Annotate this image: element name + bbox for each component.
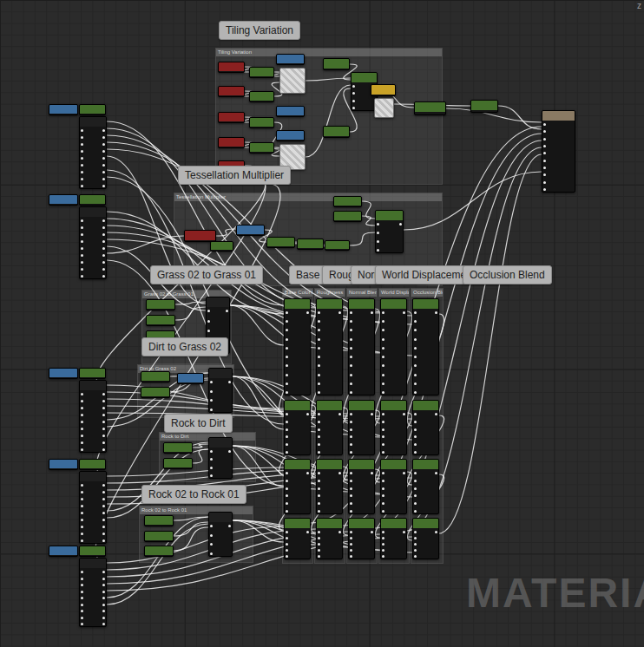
pin[interactable] — [306, 413, 309, 415]
pin[interactable] — [318, 391, 320, 394]
node-tiling-out-2[interactable] — [470, 100, 498, 113]
node-tiling-param-4[interactable] — [218, 137, 245, 148]
pin[interactable] — [414, 472, 417, 474]
pin[interactable] — [102, 526, 105, 528]
pin[interactable] — [414, 537, 417, 539]
pin[interactable] — [338, 413, 341, 415]
node-displacement-blend-r3[interactable] — [380, 459, 407, 514]
pin[interactable] — [81, 484, 83, 487]
node-rock-height-2[interactable] — [163, 458, 193, 469]
pin[interactable] — [81, 597, 83, 599]
node-g1-function[interactable] — [79, 104, 106, 115]
pin[interactable] — [81, 623, 83, 625]
node-tiling-param-3[interactable] — [218, 112, 245, 123]
pin[interactable] — [81, 526, 83, 528]
pin[interactable] — [382, 537, 384, 539]
pin[interactable] — [435, 413, 437, 415]
pin[interactable] — [207, 330, 210, 332]
pin[interactable] — [102, 164, 105, 167]
pin[interactable] — [286, 549, 288, 552]
node-g2-texture[interactable] — [49, 194, 78, 206]
pin[interactable] — [210, 399, 213, 402]
pin[interactable] — [102, 233, 105, 236]
node-tiling-param-1[interactable] — [218, 62, 245, 73]
pin[interactable] — [382, 435, 384, 438]
node-displacement-blend-r2[interactable] — [380, 400, 407, 455]
pin[interactable] — [382, 382, 384, 385]
comment-title-rock-to-dirt[interactable]: Rock to Dirt — [164, 414, 233, 433]
pin[interactable] — [102, 617, 105, 619]
node-roughness-blend-r2[interactable] — [316, 400, 343, 455]
node-dirt-height-1[interactable] — [141, 371, 170, 382]
pin[interactable] — [403, 413, 405, 415]
pin[interactable] — [286, 480, 288, 482]
pin[interactable] — [382, 311, 384, 314]
pin[interactable] — [81, 610, 83, 612]
pin[interactable] — [286, 382, 288, 385]
pin[interactable] — [102, 512, 105, 514]
pin[interactable] — [318, 347, 320, 350]
node-grass-height-1[interactable] — [146, 299, 175, 310]
pin[interactable] — [286, 494, 288, 497]
node-roughness-blend-r3[interactable] — [316, 459, 343, 514]
pin[interactable] — [414, 320, 417, 323]
pin[interactable] — [318, 510, 320, 513]
pin[interactable] — [414, 391, 417, 394]
pin[interactable] — [286, 320, 288, 323]
pin[interactable] — [318, 487, 320, 490]
pin[interactable] — [318, 329, 320, 331]
pin[interactable] — [81, 407, 83, 409]
pin[interactable] — [81, 435, 83, 437]
pin[interactable] — [382, 543, 384, 546]
pin[interactable] — [414, 364, 417, 367]
pin[interactable] — [414, 487, 417, 490]
pin[interactable] — [102, 393, 105, 395]
pin[interactable] — [102, 623, 105, 625]
node-occlusion-blend-r3[interactable] — [412, 459, 439, 514]
pin[interactable] — [286, 347, 288, 350]
pin[interactable] — [81, 578, 83, 580]
pin[interactable] — [382, 347, 384, 350]
pin[interactable] — [318, 494, 320, 497]
pin[interactable] — [382, 472, 384, 474]
pin[interactable] — [318, 311, 320, 314]
pin[interactable] — [414, 329, 417, 331]
pin[interactable] — [102, 275, 105, 278]
pin[interactable] — [286, 543, 288, 546]
pin[interactable] — [81, 448, 83, 451]
pin[interactable] — [102, 428, 105, 430]
pin[interactable] — [414, 338, 417, 341]
node-g4-function[interactable] — [79, 459, 106, 470]
pin[interactable] — [102, 268, 105, 271]
pin[interactable] — [286, 502, 288, 505]
pin[interactable] — [81, 143, 83, 146]
pin[interactable] — [210, 408, 213, 411]
pin[interactable] — [414, 480, 417, 482]
pin[interactable] — [350, 382, 352, 385]
node-basecolor-blend-r1[interactable] — [284, 298, 311, 395]
pin[interactable] — [350, 338, 352, 341]
node-g3-attributes[interactable] — [79, 380, 107, 453]
pin[interactable] — [318, 382, 320, 385]
pin[interactable] — [210, 543, 213, 546]
pin[interactable] — [543, 160, 546, 162]
node-tiling-texture-2[interactable] — [276, 106, 305, 117]
node-basecolor-blend-r3[interactable] — [284, 459, 311, 514]
pin[interactable] — [81, 164, 83, 167]
node-tiling-fn-7[interactable] — [323, 126, 350, 138]
pin[interactable] — [382, 549, 384, 552]
pin[interactable] — [350, 421, 352, 423]
pin[interactable] — [318, 502, 320, 505]
pin[interactable] — [81, 584, 83, 586]
pin[interactable] — [318, 374, 320, 376]
pin[interactable] — [81, 428, 83, 430]
pin[interactable] — [318, 531, 320, 533]
pin[interactable] — [102, 414, 105, 416]
pin[interactable] — [286, 356, 288, 358]
pin[interactable] — [286, 443, 288, 446]
pin[interactable] — [382, 413, 384, 415]
node-tiling-texture-3[interactable] — [276, 130, 305, 141]
pin[interactable] — [210, 467, 213, 469]
pin[interactable] — [81, 512, 83, 514]
pin[interactable] — [371, 413, 373, 415]
